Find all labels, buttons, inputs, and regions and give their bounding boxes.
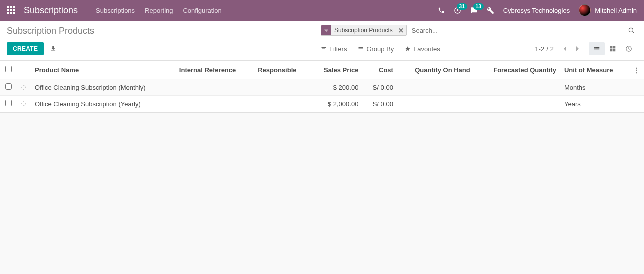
search-icon[interactable] (626, 27, 637, 34)
products-table: Product Name Internal Reference Responsi… (0, 61, 644, 112)
filter-icon (322, 25, 332, 35)
filters-button[interactable]: Filters (321, 45, 347, 53)
svg-line-11 (633, 32, 634, 33)
pager-next[interactable] (572, 44, 584, 54)
search-facet: Subscription Products ✕ (321, 25, 407, 36)
row-checkbox[interactable] (6, 100, 12, 106)
col-sales-price[interactable]: Sales Price (311, 61, 363, 79)
view-list-button[interactable] (589, 42, 605, 55)
col-forecasted-qty[interactable]: Forecasted Quantity (474, 61, 560, 79)
cell-qty-on-hand (398, 79, 474, 96)
user-avatar (579, 4, 591, 16)
phone-icon[interactable] (438, 7, 445, 14)
cell-sales-price: $ 2,000.00 (311, 96, 363, 112)
cell-internal-reference (176, 79, 254, 96)
pager: 1-2 / 2 (535, 45, 554, 53)
main-menu: Subscriptions Reporting Configuration (96, 7, 222, 14)
favorites-button[interactable]: Favorites (405, 45, 440, 53)
apps-icon[interactable] (7, 6, 15, 14)
cell-cost: S/ 0.00 (362, 96, 398, 112)
pager-total: 2 (550, 45, 554, 53)
menu-configuration[interactable]: Configuration (183, 7, 222, 14)
cell-product-name: Office Cleaning Subscription (Yearly) (31, 96, 176, 112)
menu-reporting[interactable]: Reporting (145, 7, 173, 14)
svg-rect-7 (10, 12, 12, 14)
breadcrumb: Subscription Products (7, 26, 321, 36)
cell-forecasted-qty (474, 96, 560, 112)
cell-uom: Months (560, 79, 630, 96)
user-name: Mitchell Admin (595, 7, 637, 14)
col-optional-fields[interactable]: ⋮ (630, 61, 644, 79)
cell-responsible (254, 79, 310, 96)
list-view: Product Name Internal Reference Responsi… (0, 61, 644, 113)
activities-icon[interactable]: 31 (454, 7, 462, 14)
svg-point-10 (629, 28, 633, 32)
svg-rect-0 (7, 6, 9, 8)
row-checkbox[interactable] (6, 83, 12, 90)
cell-responsible (254, 96, 310, 112)
favorites-label: Favorites (414, 45, 440, 53)
svg-rect-12 (610, 46, 613, 49)
cell-qty-on-hand (398, 96, 474, 112)
pager-prev[interactable] (559, 44, 571, 54)
import-button[interactable] (50, 45, 57, 52)
cell-cost: S/ 0.00 (362, 79, 398, 96)
activities-badge: 31 (457, 3, 468, 10)
svg-rect-2 (13, 6, 15, 8)
drag-handle-icon[interactable] (17, 96, 31, 112)
cell-product-name: Office Cleaning Subscription (Monthly) (31, 79, 176, 96)
drag-handle-icon[interactable] (17, 79, 31, 96)
control-panel: Subscription Products Subscription Produ… (0, 21, 644, 61)
groupby-button[interactable]: Group By (358, 45, 394, 53)
pager-range[interactable]: 1-2 (535, 45, 544, 53)
table-row[interactable]: Office Cleaning Subscription (Monthly)$ … (0, 79, 644, 96)
view-kanban-button[interactable] (605, 42, 621, 55)
pager-sep: / (546, 45, 548, 53)
user-menu[interactable]: Mitchell Admin (579, 4, 637, 16)
view-activity-button[interactable] (621, 42, 637, 55)
svg-rect-13 (614, 46, 616, 49)
groupby-label: Group By (366, 45, 394, 53)
create-button[interactable]: CREATE (7, 42, 44, 55)
search-bar: Subscription Products ✕ (321, 25, 637, 37)
col-cost[interactable]: Cost (362, 61, 398, 79)
debug-icon[interactable] (487, 7, 494, 14)
menu-subscriptions[interactable]: Subscriptions (96, 7, 135, 14)
col-qty-on-hand[interactable]: Quantity On Hand (398, 61, 474, 79)
search-facet-label: Subscription Products (332, 27, 396, 34)
pager-nav (559, 44, 584, 54)
col-responsible[interactable]: Responsible (254, 61, 310, 79)
app-brand[interactable]: Subscriptions (24, 5, 78, 16)
table-row[interactable]: Office Cleaning Subscription (Yearly)$ 2… (0, 96, 644, 112)
company-selector[interactable]: Cybrosys Technologies (504, 7, 570, 14)
view-switcher (589, 42, 637, 55)
col-uom[interactable]: Unit of Measure (560, 61, 630, 79)
cell-sales-price: $ 200.00 (311, 79, 363, 96)
cell-internal-reference (176, 96, 254, 112)
col-internal-reference[interactable]: Internal Reference (176, 61, 254, 79)
svg-rect-4 (10, 9, 12, 11)
search-input[interactable] (410, 25, 626, 36)
top-navbar: Subscriptions Subscriptions Reporting Co… (0, 0, 644, 21)
svg-rect-1 (10, 6, 12, 8)
svg-rect-6 (7, 12, 9, 14)
search-facet-remove[interactable]: ✕ (396, 27, 406, 34)
cell-forecasted-qty (474, 79, 560, 96)
col-product-name[interactable]: Product Name (31, 61, 176, 79)
svg-rect-3 (7, 9, 9, 11)
svg-rect-14 (610, 49, 613, 52)
messages-icon[interactable]: 13 (470, 7, 478, 14)
filters-label: Filters (330, 45, 347, 53)
svg-rect-5 (13, 9, 15, 11)
select-all-checkbox[interactable] (6, 66, 12, 72)
cell-uom: Years (560, 96, 630, 112)
svg-rect-15 (614, 49, 616, 52)
svg-rect-8 (13, 12, 15, 14)
messages-badge: 13 (474, 3, 484, 10)
